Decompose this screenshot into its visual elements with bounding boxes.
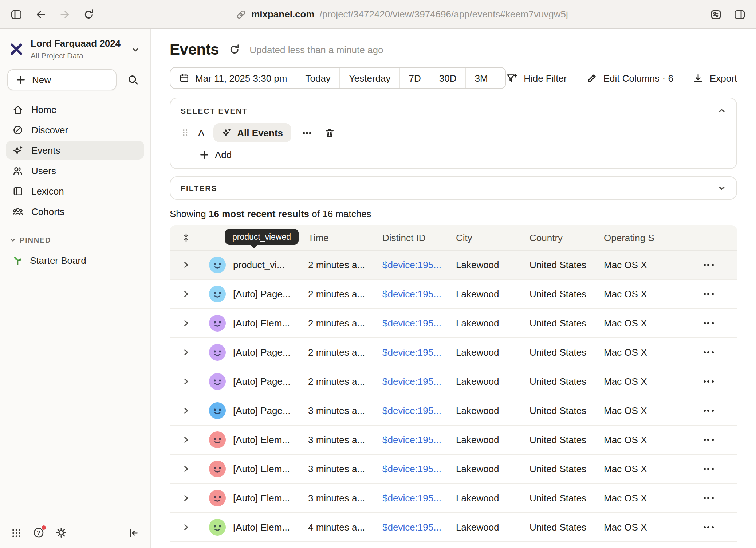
distinct-id-link[interactable]: $device:195...	[382, 289, 456, 300]
extensions-icon[interactable]	[709, 8, 722, 20]
city-cell: Lakewood	[456, 463, 529, 474]
project-switcher[interactable]: Lord Farquaad 2024 All Project Data	[0, 29, 150, 66]
table-row[interactable]: [Auto] Elem... 2 minutes a... $device:19…	[170, 309, 737, 338]
reload-icon[interactable]	[83, 8, 95, 20]
date-range-control: Mar 11, 2025 3:30 pm Today Yesterday 7D …	[170, 67, 506, 89]
table-row[interactable]: [Auto] Page... 2 minutes a... $device:19…	[170, 338, 737, 367]
chevron-right-icon[interactable]	[180, 521, 192, 533]
collapse-all-icon[interactable]	[181, 232, 190, 243]
more-options-icon[interactable]	[300, 126, 314, 140]
chevron-right-icon[interactable]	[180, 317, 192, 329]
row-actions-icon[interactable]	[700, 261, 716, 269]
help-icon[interactable]: ?	[33, 527, 44, 539]
row-actions-icon[interactable]	[700, 348, 716, 356]
distinct-id-link[interactable]: $device:195...	[382, 463, 456, 474]
table-row[interactable]: [Auto] Elem... 4 minutes a... $device:19…	[170, 513, 737, 542]
sidebar-item-users[interactable]: Users	[6, 161, 144, 180]
distinct-id-link[interactable]: $device:195...	[382, 259, 456, 270]
row-actions-icon[interactable]	[700, 319, 716, 327]
table-row[interactable]: [Auto] Page... 3 minutes a... $device:19…	[170, 396, 737, 426]
table-row[interactable]: [Auto] Elem... 3 minutes a... $device:19…	[170, 484, 737, 513]
country-cell: United States	[529, 376, 604, 387]
apps-grid-icon[interactable]	[11, 527, 22, 538]
table-row[interactable]: [Auto] Elem... 3 minutes a... $device:19…	[170, 426, 737, 455]
sidebar-item-starter-board[interactable]: Starter Board	[6, 251, 144, 270]
project-name: Lord Farquaad 2024	[31, 39, 121, 50]
hide-filter-button[interactable]: Hide Filter	[506, 73, 567, 83]
date-label: Mar 11, 2025 3:30 pm	[195, 73, 287, 83]
chevron-right-icon[interactable]	[180, 492, 192, 504]
collapse-sidebar-icon[interactable]	[128, 527, 139, 538]
row-actions-icon[interactable]	[700, 290, 716, 298]
address-bar[interactable]: mixpanel.com/project/3472420/view/397469…	[95, 9, 709, 20]
chevron-up-icon[interactable]	[717, 106, 726, 115]
distinct-id-link[interactable]: $device:195...	[382, 318, 456, 329]
search-icon	[127, 74, 138, 85]
table-row[interactable]: [Auto] Page... 2 minutes a... $device:19…	[170, 280, 737, 309]
chevron-right-icon[interactable]	[180, 463, 192, 475]
row-actions-icon[interactable]	[700, 407, 716, 415]
row-actions-icon[interactable]	[700, 436, 716, 444]
distinct-id-link[interactable]: $device:195...	[382, 434, 456, 445]
distinct-id-link[interactable]: $device:195...	[382, 376, 456, 387]
chevron-down-icon[interactable]	[717, 184, 726, 192]
sidebar-toggle-icon[interactable]	[10, 8, 23, 20]
col-distinct-id: Distinct ID	[382, 232, 456, 243]
chevron-down-icon	[9, 237, 16, 243]
date-picker[interactable]: Mar 11, 2025 3:30 pm	[170, 68, 296, 88]
time-cell: 2 minutes a...	[308, 347, 382, 358]
trash-icon[interactable]	[322, 126, 336, 140]
range-yesterday[interactable]: Yesterday	[339, 68, 399, 88]
refresh-icon[interactable]	[228, 44, 240, 55]
table-row[interactable]	[170, 542, 737, 548]
chevron-right-icon[interactable]	[180, 259, 192, 271]
country-cell: United States	[529, 318, 604, 329]
sparkle-icon	[221, 128, 231, 138]
chevron-right-icon[interactable]	[180, 375, 192, 388]
chevron-right-icon[interactable]	[180, 434, 192, 446]
add-event-button[interactable]: Add	[200, 149, 232, 160]
drag-handle-icon[interactable]	[181, 128, 189, 138]
time-cell: 2 minutes a...	[308, 289, 382, 300]
city-cell: Lakewood	[456, 289, 529, 300]
table-row[interactable]: [Auto] Page... 2 minutes a... $device:19…	[170, 367, 737, 396]
export-button[interactable]: Export	[693, 73, 737, 83]
chevron-right-icon[interactable]	[180, 288, 192, 300]
table-row[interactable]: [Auto] Elem... 3 minutes a... $device:19…	[170, 455, 737, 484]
time-cell: 3 minutes a...	[308, 493, 382, 504]
range-6m[interactable]: 6M	[497, 68, 507, 88]
back-icon[interactable]	[35, 8, 47, 20]
event-selector-pill[interactable]: All Events	[213, 123, 291, 142]
range-3m[interactable]: 3M	[465, 68, 497, 88]
sidebar-item-cohorts[interactable]: Cohorts	[6, 202, 144, 221]
distinct-id-link[interactable]: $device:195...	[382, 493, 456, 504]
row-actions-icon[interactable]	[700, 494, 716, 502]
range-30d[interactable]: 30D	[430, 68, 465, 88]
row-actions-icon[interactable]	[700, 377, 716, 385]
edit-columns-button[interactable]: Edit Columns · 6	[587, 73, 673, 83]
row-actions-icon[interactable]	[700, 465, 716, 473]
chevron-right-icon[interactable]	[180, 346, 192, 359]
chevron-right-icon[interactable]	[180, 404, 192, 417]
pinned-section-header[interactable]: PINNED	[0, 236, 150, 244]
row-actions-icon[interactable]	[700, 523, 716, 531]
table-row[interactable]: product_vi... 2 minutes a... $device:195…	[170, 251, 737, 280]
results-summary: Showing 16 most recent results of 16 mat…	[170, 208, 737, 219]
event-name-cell: [Auto] Elem...	[233, 463, 308, 474]
new-button[interactable]: New	[7, 69, 117, 90]
sidebar-item-home[interactable]: Home	[6, 100, 144, 119]
sidebar-item-discover[interactable]: Discover	[6, 120, 144, 139]
distinct-id-link[interactable]: $device:195...	[382, 405, 456, 416]
sidebar-item-lexicon[interactable]: Lexicon	[6, 181, 144, 200]
forward-icon[interactable]	[59, 8, 71, 20]
split-view-icon[interactable]	[733, 8, 746, 20]
os-cell: Mac OS X	[604, 376, 680, 387]
sidebar-item-events[interactable]: Events	[6, 141, 144, 160]
export-label: Export	[710, 73, 737, 83]
gear-icon[interactable]	[55, 527, 67, 539]
range-today[interactable]: Today	[296, 68, 339, 88]
distinct-id-link[interactable]: $device:195...	[382, 347, 456, 358]
range-7d[interactable]: 7D	[399, 68, 430, 88]
search-button[interactable]	[122, 70, 143, 90]
distinct-id-link[interactable]: $device:195...	[382, 522, 456, 533]
